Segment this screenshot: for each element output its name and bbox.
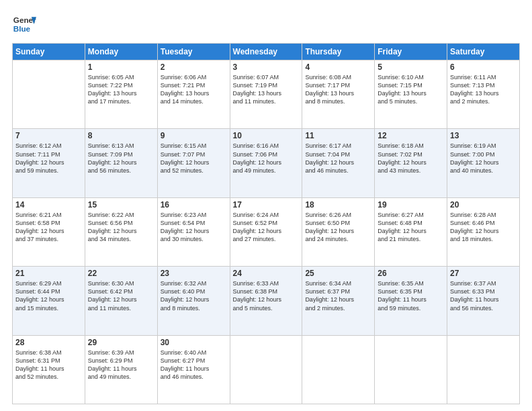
day-info: Sunrise: 6:08 AM Sunset: 7:17 PM Dayligh…	[305, 73, 371, 106]
day-number: 10	[233, 131, 300, 140]
day-number: 30	[161, 338, 227, 347]
day-info: Sunrise: 6:07 AM Sunset: 7:19 PM Dayligh…	[233, 73, 300, 106]
day-info: Sunrise: 6:15 AM Sunset: 7:07 PM Dayligh…	[161, 142, 227, 175]
day-info: Sunrise: 6:13 AM Sunset: 7:09 PM Dayligh…	[88, 142, 154, 175]
day-number: 5	[378, 62, 444, 72]
day-info: Sunrise: 6:30 AM Sunset: 6:42 PM Dayligh…	[88, 279, 154, 312]
calendar-header-row: SundayMondayTuesdayWednesdayThursdayFrid…	[13, 44, 520, 60]
col-header-monday: Monday	[85, 44, 157, 60]
day-number: 23	[161, 269, 227, 278]
day-info: Sunrise: 6:06 AM Sunset: 7:21 PM Dayligh…	[161, 73, 227, 106]
day-number: 12	[378, 131, 444, 140]
calendar-cell: 21Sunrise: 6:29 AM Sunset: 6:44 PM Dayli…	[13, 267, 85, 335]
calendar-week-row: 1Sunrise: 6:05 AM Sunset: 7:22 PM Daylig…	[13, 60, 520, 129]
calendar-cell: 23Sunrise: 6:32 AM Sunset: 6:40 PM Dayli…	[157, 267, 230, 335]
calendar-cell: 22Sunrise: 6:30 AM Sunset: 6:42 PM Dayli…	[85, 267, 157, 335]
calendar-cell: 13Sunrise: 6:19 AM Sunset: 7:00 PM Dayli…	[447, 129, 520, 197]
day-number: 17	[233, 200, 300, 210]
calendar-cell: 5Sunrise: 6:10 AM Sunset: 7:15 PM Daylig…	[375, 60, 447, 129]
day-number: 25	[305, 269, 371, 278]
calendar-cell: 25Sunrise: 6:34 AM Sunset: 6:37 PM Dayli…	[302, 267, 375, 335]
calendar-cell: 30Sunrise: 6:40 AM Sunset: 6:27 PM Dayli…	[157, 335, 230, 404]
calendar-cell: 19Sunrise: 6:27 AM Sunset: 6:48 PM Dayli…	[375, 197, 447, 266]
calendar-cell: 3Sunrise: 6:07 AM Sunset: 7:19 PM Daylig…	[230, 60, 302, 129]
calendar-week-row: 14Sunrise: 6:21 AM Sunset: 6:58 PM Dayli…	[13, 197, 520, 266]
logo: General Blue	[12, 12, 36, 36]
day-number: 26	[378, 269, 444, 278]
calendar-cell: 2Sunrise: 6:06 AM Sunset: 7:21 PM Daylig…	[157, 60, 230, 129]
calendar-cell: 8Sunrise: 6:13 AM Sunset: 7:09 PM Daylig…	[85, 129, 157, 197]
day-number: 29	[88, 338, 154, 347]
calendar-cell: 11Sunrise: 6:17 AM Sunset: 7:04 PM Dayli…	[302, 129, 375, 197]
day-info: Sunrise: 6:19 AM Sunset: 7:00 PM Dayligh…	[450, 142, 517, 175]
day-info: Sunrise: 6:26 AM Sunset: 6:50 PM Dayligh…	[305, 211, 371, 244]
day-number: 27	[450, 269, 517, 278]
day-info: Sunrise: 6:29 AM Sunset: 6:44 PM Dayligh…	[15, 279, 82, 312]
calendar-cell	[375, 335, 447, 404]
col-header-saturday: Saturday	[447, 44, 520, 60]
day-number: 18	[305, 200, 371, 210]
calendar-table: SundayMondayTuesdayWednesdayThursdayFrid…	[12, 43, 520, 404]
day-number: 11	[305, 131, 371, 140]
day-number: 28	[15, 338, 82, 347]
calendar-cell: 24Sunrise: 6:33 AM Sunset: 6:38 PM Dayli…	[230, 267, 302, 335]
calendar-cell: 26Sunrise: 6:35 AM Sunset: 6:35 PM Dayli…	[375, 267, 447, 335]
day-number: 24	[233, 269, 300, 278]
day-number: 6	[450, 62, 517, 72]
svg-text:Blue: Blue	[13, 24, 31, 33]
day-info: Sunrise: 6:37 AM Sunset: 6:33 PM Dayligh…	[450, 279, 517, 312]
day-info: Sunrise: 6:12 AM Sunset: 7:11 PM Dayligh…	[15, 142, 82, 175]
day-info: Sunrise: 6:35 AM Sunset: 6:35 PM Dayligh…	[378, 279, 444, 312]
day-number: 8	[88, 131, 154, 140]
calendar-cell: 10Sunrise: 6:16 AM Sunset: 7:06 PM Dayli…	[230, 129, 302, 197]
col-header-wednesday: Wednesday	[230, 44, 302, 60]
col-header-sunday: Sunday	[13, 44, 85, 60]
calendar-cell: 4Sunrise: 6:08 AM Sunset: 7:17 PM Daylig…	[302, 60, 375, 129]
calendar-cell	[447, 335, 520, 404]
calendar-cell: 6Sunrise: 6:11 AM Sunset: 7:13 PM Daylig…	[447, 60, 520, 129]
logo-icon: General Blue	[12, 12, 36, 36]
calendar-cell	[302, 335, 375, 404]
col-header-thursday: Thursday	[302, 44, 375, 60]
calendar-cell	[230, 335, 302, 404]
day-number: 19	[378, 200, 444, 210]
calendar-cell: 17Sunrise: 6:24 AM Sunset: 6:52 PM Dayli…	[230, 197, 302, 266]
day-info: Sunrise: 6:11 AM Sunset: 7:13 PM Dayligh…	[450, 73, 517, 106]
day-info: Sunrise: 6:22 AM Sunset: 6:56 PM Dayligh…	[88, 211, 154, 244]
day-number: 20	[450, 200, 517, 210]
day-info: Sunrise: 6:18 AM Sunset: 7:02 PM Dayligh…	[378, 142, 444, 175]
day-number: 16	[161, 200, 227, 210]
day-info: Sunrise: 6:28 AM Sunset: 6:46 PM Dayligh…	[450, 211, 517, 244]
day-number: 22	[88, 269, 154, 278]
day-info: Sunrise: 6:32 AM Sunset: 6:40 PM Dayligh…	[161, 279, 227, 312]
calendar-cell	[13, 60, 85, 129]
day-info: Sunrise: 6:39 AM Sunset: 6:29 PM Dayligh…	[88, 349, 154, 381]
day-info: Sunrise: 6:16 AM Sunset: 7:06 PM Dayligh…	[233, 142, 300, 175]
calendar-cell: 12Sunrise: 6:18 AM Sunset: 7:02 PM Dayli…	[375, 129, 447, 197]
calendar-cell: 16Sunrise: 6:23 AM Sunset: 6:54 PM Dayli…	[157, 197, 230, 266]
day-number: 13	[450, 131, 517, 140]
calendar-cell: 20Sunrise: 6:28 AM Sunset: 6:46 PM Dayli…	[447, 197, 520, 266]
calendar-cell: 1Sunrise: 6:05 AM Sunset: 7:22 PM Daylig…	[85, 60, 157, 129]
calendar-cell: 9Sunrise: 6:15 AM Sunset: 7:07 PM Daylig…	[157, 129, 230, 197]
calendar-week-row: 21Sunrise: 6:29 AM Sunset: 6:44 PM Dayli…	[13, 267, 520, 335]
day-info: Sunrise: 6:40 AM Sunset: 6:27 PM Dayligh…	[161, 349, 227, 381]
day-info: Sunrise: 6:33 AM Sunset: 6:38 PM Dayligh…	[233, 279, 300, 312]
calendar-week-row: 28Sunrise: 6:38 AM Sunset: 6:31 PM Dayli…	[13, 335, 520, 404]
day-info: Sunrise: 6:05 AM Sunset: 7:22 PM Dayligh…	[88, 73, 154, 106]
day-info: Sunrise: 6:23 AM Sunset: 6:54 PM Dayligh…	[161, 211, 227, 244]
calendar-cell: 7Sunrise: 6:12 AM Sunset: 7:11 PM Daylig…	[13, 129, 85, 197]
day-number: 3	[233, 62, 300, 72]
page-header: General Blue	[12, 12, 520, 36]
calendar-cell: 18Sunrise: 6:26 AM Sunset: 6:50 PM Dayli…	[302, 197, 375, 266]
calendar-cell: 14Sunrise: 6:21 AM Sunset: 6:58 PM Dayli…	[13, 197, 85, 266]
day-number: 1	[88, 62, 154, 72]
calendar-cell: 29Sunrise: 6:39 AM Sunset: 6:29 PM Dayli…	[85, 335, 157, 404]
day-info: Sunrise: 6:10 AM Sunset: 7:15 PM Dayligh…	[378, 73, 444, 106]
day-number: 7	[15, 131, 82, 140]
day-number: 15	[88, 200, 154, 210]
day-info: Sunrise: 6:17 AM Sunset: 7:04 PM Dayligh…	[305, 142, 371, 175]
day-info: Sunrise: 6:34 AM Sunset: 6:37 PM Dayligh…	[305, 279, 371, 312]
calendar-cell: 27Sunrise: 6:37 AM Sunset: 6:33 PM Dayli…	[447, 267, 520, 335]
calendar-week-row: 7Sunrise: 6:12 AM Sunset: 7:11 PM Daylig…	[13, 129, 520, 197]
